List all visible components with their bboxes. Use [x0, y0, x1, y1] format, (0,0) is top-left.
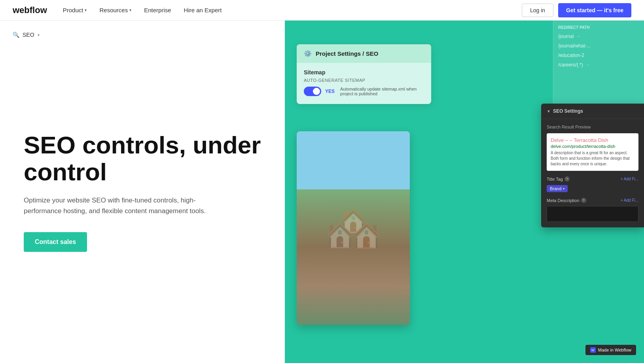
meta-desc-textarea[interactable] — [547, 206, 638, 222]
title-tag-label: Title Tag ? — [547, 176, 570, 182]
logo[interactable]: webflow — [13, 5, 47, 15]
redirect-arrow: → — [576, 34, 581, 39]
search-result-preview-label: Search Result Preview — [547, 125, 638, 129]
sitemap-toggle-row: YES Automatically update sitemap.xml whe… — [304, 87, 424, 96]
chevron-down-icon: ▾ — [129, 8, 131, 12]
meta-desc-label: Meta Description ? — [547, 198, 586, 203]
sitemap-section: Sitemap AUTO-GENERATE SITEMAP YES Automa… — [297, 63, 431, 104]
brand-pill-container: Brand ▾ — [547, 185, 638, 192]
search-preview-box: Delve – – Terracotta Dish delve.com/prod… — [547, 133, 638, 171]
redirect-row: /journal → — [558, 34, 639, 39]
seo-settings-panel: ▼ SEO Settings Search Result Preview Del… — [541, 104, 644, 227]
contact-sales-button[interactable]: Contact sales — [24, 232, 87, 252]
redirect-path: /journal — [558, 34, 574, 39]
meta-desc-field-row: Meta Description ? + Add Fi... — [547, 198, 638, 203]
seo-filter[interactable]: 🔍 SEO ▾ — [13, 32, 40, 38]
panel-header: ⚙️ Project Settings / SEO — [297, 44, 431, 63]
nav-link-hire-expert[interactable]: Hire an Expert — [184, 7, 222, 13]
preview-title-sep: – — [565, 137, 570, 143]
gear-icon: ⚙️ — [304, 50, 312, 57]
chevron-down-icon: ▾ — [38, 33, 40, 37]
add-title-field[interactable]: + Add Fi... — [621, 177, 638, 181]
meta-desc-help-icon: ? — [581, 198, 586, 203]
redirect-panel: REDIRECT PATH /journal → /journal/what-.… — [553, 21, 644, 108]
nav-link-product[interactable]: Product ▾ — [63, 7, 87, 13]
hero-right: REDIRECT PATH /journal → /journal/what-.… — [285, 21, 644, 363]
redirect-header: REDIRECT PATH — [558, 25, 639, 30]
meta-desc-row: Meta Description ? + Add Fi... — [547, 198, 638, 222]
preview-title-sub: – Terracotta Dish — [570, 137, 608, 143]
hero-section: 🔍 SEO ▾ SEO controls, under control Opti… — [0, 21, 644, 363]
redirect-row: /journal/what-... — [558, 43, 639, 49]
add-meta-field[interactable]: + Add Fi... — [621, 198, 638, 202]
login-button[interactable]: Log in — [522, 4, 553, 17]
preview-url: delve.com/product/terracotta-dish — [551, 144, 635, 149]
redirect-row: /education-2 — [558, 53, 639, 58]
brand-pill[interactable]: Brand ▾ — [547, 185, 568, 192]
redirect-arrow: → — [585, 62, 590, 68]
redirect-row: /careers/(.*) → — [558, 62, 639, 68]
project-settings-panel: ⚙️ Project Settings / SEO Sitemap AUTO-G… — [297, 44, 431, 104]
filter-label: SEO — [23, 32, 34, 38]
webflow-icon: W — [590, 347, 596, 353]
redirect-path: /careers/(.*) — [558, 62, 583, 68]
navbar: webflow Product ▾ Resources ▾ Enterprise… — [0, 0, 644, 21]
nav-actions: Log in Get started — it's free — [522, 3, 631, 17]
toggle-label: YES — [325, 89, 335, 94]
title-tag-row: Title Tag ? + Add Fi... — [547, 176, 638, 182]
nav-link-enterprise[interactable]: Enterprise — [144, 7, 171, 13]
made-badge-label: Made in Webflow — [598, 348, 631, 352]
nav-link-resources[interactable]: Resources ▾ — [99, 7, 131, 13]
sitemap-sub-label: AUTO-GENERATE SITEMAP — [304, 78, 424, 83]
redirect-path: /journal/what-... — [558, 43, 591, 49]
sitemap-title: Sitemap — [304, 69, 424, 76]
nav-links: Product ▾ Resources ▾ Enterprise Hire an… — [63, 7, 522, 13]
brand-chevron-icon: ▾ — [563, 187, 564, 191]
search-icon: 🔍 — [13, 32, 19, 38]
photo-placeholder — [297, 131, 410, 325]
hero-heading: SEO controls, under control — [24, 132, 261, 185]
made-in-webflow-badge: W Made in Webflow — [585, 345, 636, 355]
panel-title: Project Settings / SEO — [316, 50, 378, 57]
title-tag-help-icon: ? — [564, 176, 570, 182]
sitemap-note: Automatically update sitemap.xml when pr… — [340, 87, 424, 96]
triangle-icon: ▼ — [547, 109, 551, 113]
seo-panel-header: ▼ SEO Settings — [541, 104, 644, 119]
redirect-path: /education-2 — [558, 53, 584, 58]
preview-title: Delve – – Terracotta Dish — [551, 137, 635, 143]
hero-left: 🔍 SEO ▾ SEO controls, under control Opti… — [0, 21, 285, 363]
get-started-button[interactable]: Get started — it's free — [558, 3, 631, 17]
chevron-down-icon: ▾ — [85, 8, 87, 12]
hero-subtext: Optimize your website SEO with fine-tune… — [24, 195, 214, 216]
preview-desc: A description that is a great fit for an… — [551, 150, 635, 167]
toggle-knob — [313, 88, 320, 95]
seo-panel-body: Search Result Preview Delve – – Terracot… — [541, 119, 644, 227]
city-photo — [297, 131, 410, 325]
sitemap-toggle[interactable] — [304, 87, 321, 96]
seo-panel-title: SEO Settings — [553, 108, 583, 114]
